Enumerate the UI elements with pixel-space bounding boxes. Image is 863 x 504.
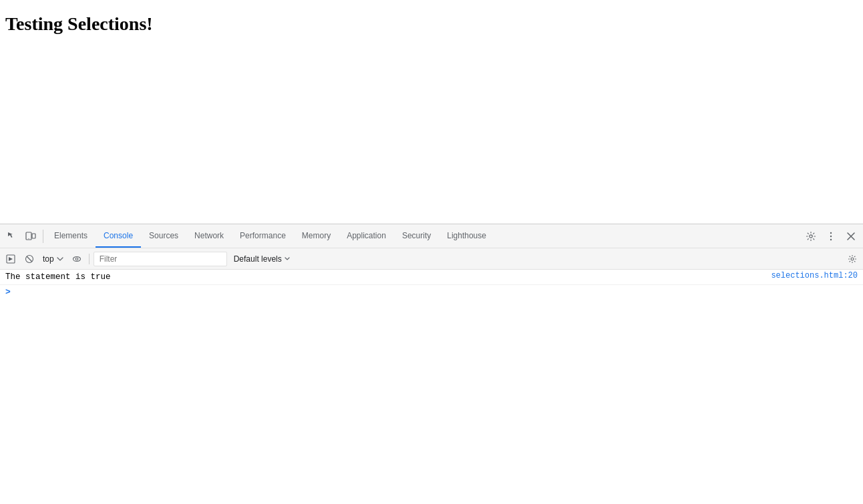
tab-elements[interactable]: Elements: [46, 224, 96, 248]
levels-dropdown-icon: [285, 257, 290, 260]
close-devtools-button[interactable]: [842, 227, 860, 246]
svg-point-10: [75, 258, 78, 260]
live-expressions-button[interactable]: [69, 251, 85, 267]
secondary-toolbar-right: [844, 251, 860, 267]
console-prompt-row: >: [0, 285, 863, 298]
devtools-tabs: Elements Console Sources Network Perform…: [46, 224, 802, 248]
clear-console-button[interactable]: [21, 251, 37, 267]
tab-security[interactable]: Security: [394, 224, 439, 248]
toolbar-right-actions: [802, 227, 860, 246]
console-secondary-toolbar: top Default levels: [0, 248, 863, 270]
device-toolbar-button[interactable]: [21, 227, 40, 246]
device-toolbar-icon: [25, 231, 36, 242]
page-content: Testing Selections!: [0, 0, 863, 224]
filter-input[interactable]: [97, 254, 224, 264]
tab-performance[interactable]: Performance: [232, 224, 294, 248]
console-log-text: The statement is true: [5, 271, 765, 283]
context-label: top: [43, 254, 54, 264]
console-log-source-link[interactable]: selections.html:20: [771, 271, 858, 280]
tab-network[interactable]: Network: [186, 224, 232, 248]
clear-icon: [25, 254, 34, 264]
devtools-toolbar: Elements Console Sources Network Perform…: [0, 224, 863, 248]
eye-icon: [72, 254, 81, 264]
more-vertical-icon: [826, 231, 836, 242]
filter-container: [94, 252, 227, 266]
tab-memory[interactable]: Memory: [294, 224, 339, 248]
svg-point-9: [73, 256, 80, 261]
console-settings-button[interactable]: [844, 251, 860, 267]
svg-point-3: [810, 234, 812, 237]
filter-separator: [89, 254, 90, 264]
tab-application[interactable]: Application: [339, 224, 394, 248]
svg-point-2: [28, 238, 29, 238]
tab-sources[interactable]: Sources: [141, 224, 186, 248]
dropdown-arrow-icon: [57, 257, 63, 261]
page-title: Testing Selections!: [5, 13, 858, 35]
run-script-button[interactable]: [3, 251, 19, 267]
console-prompt-symbol: >: [5, 287, 11, 297]
svg-point-6: [830, 238, 832, 240]
context-selector-button[interactable]: top: [40, 253, 66, 265]
inspect-element-button[interactable]: [3, 227, 21, 246]
console-output: The statement is true selections.html:20…: [0, 270, 863, 504]
svg-point-11: [851, 258, 854, 260]
devtools-panel: Elements Console Sources Network Perform…: [0, 224, 863, 504]
default-levels-label: Default levels: [234, 254, 282, 264]
default-levels-button[interactable]: Default levels: [230, 253, 294, 265]
console-gear-icon: [848, 254, 857, 264]
gear-icon: [806, 231, 816, 242]
console-log-row: The statement is true selections.html:20: [0, 270, 863, 285]
tab-console[interactable]: Console: [96, 224, 141, 248]
inspect-icon: [7, 231, 17, 242]
toolbar-divider: [43, 230, 43, 243]
run-script-icon: [6, 254, 15, 264]
tab-lighthouse[interactable]: Lighthouse: [439, 224, 494, 248]
settings-button[interactable]: [802, 227, 820, 246]
close-icon: [846, 231, 856, 242]
svg-point-4: [830, 232, 832, 233]
svg-rect-1: [32, 234, 35, 238]
more-options-button[interactable]: [822, 227, 840, 246]
svg-point-5: [830, 235, 832, 236]
